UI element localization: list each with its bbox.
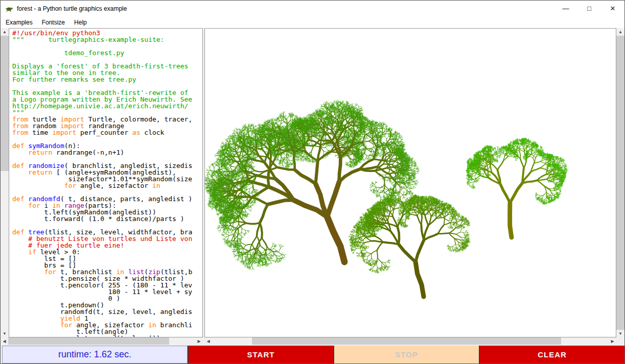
code-hscroll-track[interactable] [8, 337, 195, 345]
titlebar[interactable]: forest - a Python turtle graphics exampl… [1, 1, 624, 16]
canvas-scroll-up-button[interactable]: ▲ [616, 28, 624, 36]
code-hscrollbar: ◀ ▶ [1, 337, 203, 345]
scroll-right-icon: ▶ [611, 339, 614, 344]
scrollbar-corner [616, 337, 624, 345]
menu-item-help[interactable]: Help [70, 17, 91, 28]
code-line: tdemo_forest.py [12, 50, 202, 56]
code-line: For further remarks see tree.py [12, 76, 202, 83]
code-scroll-down-button[interactable]: ▼ [1, 330, 9, 337]
code-line: return randrange(-n,n+1) [12, 149, 202, 156]
scroll-left-icon: ◀ [3, 339, 6, 344]
scroll-right-icon: ▶ [197, 339, 200, 344]
scroll-left-icon: ◀ [206, 339, 210, 344]
code-pane: ▲ ▼ #!/usr/bin/env python3""" turtlegrap… [1, 28, 203, 345]
close-button[interactable]: ✕ [601, 1, 624, 16]
menu-item-fontsize[interactable]: Fontsize [37, 17, 70, 28]
close-icon: ✕ [610, 5, 616, 12]
menu-item-examples[interactable]: Examples [1, 17, 37, 28]
code-area[interactable]: #!/usr/bin/env python3""" turtlegraphics… [9, 28, 203, 337]
menubar: Examples Fontsize Help [1, 16, 624, 28]
turtledemo-window: forest - a Python turtle graphics exampl… [0, 0, 625, 364]
code-scroll-left-button[interactable]: ◀ [1, 337, 8, 345]
main-area: ▲ ▼ #!/usr/bin/env python3""" turtlegrap… [1, 28, 624, 345]
maximize-button[interactable]: □ [577, 1, 601, 16]
scrollbar-thumb[interactable] [8, 337, 169, 345]
code-line: from time import perf_counter as clock [12, 129, 202, 136]
window-title: forest - a Python turtle graphics exampl… [17, 5, 554, 12]
canvas-scroll-left-button[interactable]: ◀ [204, 337, 212, 345]
code-line: http://homepage.univie.ac.at/erich.neuwi… [12, 103, 202, 109]
statusbar: runtime: 1.62 sec. START STOP CLEAR [1, 346, 624, 363]
code-vscroll-track[interactable] [1, 36, 9, 330]
scroll-down-icon: ▼ [618, 331, 622, 336]
stop-button[interactable]: STOP [333, 346, 479, 363]
scrollbar-thumb[interactable] [1, 36, 9, 171]
code-scroll-up-button[interactable]: ▲ [1, 28, 9, 36]
code-scroll-right-button[interactable]: ▶ [195, 337, 203, 345]
canvas-vscroll-track[interactable] [616, 36, 624, 330]
turtle-canvas [205, 29, 616, 337]
window-controls: — □ ✕ [554, 1, 624, 16]
start-button[interactable]: START [188, 346, 333, 363]
code-vscrollbar: ▲ ▼ [1, 28, 9, 337]
scrollbar-thumb[interactable] [252, 337, 561, 345]
canvas-scroll-right-button[interactable]: ▶ [609, 337, 616, 345]
code-line: t.forward( (1.0 * distance)/parts ) [12, 215, 202, 222]
canvas-hscrollbar: ◀ ▶ [204, 337, 616, 345]
canvas-scroll-down-button[interactable]: ▼ [616, 330, 624, 337]
canvas-hscroll-track[interactable] [212, 337, 609, 345]
canvas-vscrollbar: ▲ ▼ [616, 28, 624, 337]
minimize-button[interactable]: — [554, 1, 577, 16]
scroll-up-icon: ▲ [618, 30, 622, 34]
scroll-up-icon: ▲ [3, 30, 7, 34]
scrollbar-thumb[interactable] [616, 36, 624, 330]
turtle-icon [5, 5, 13, 13]
maximize-icon: □ [587, 5, 591, 12]
scroll-down-icon: ▼ [3, 331, 7, 336]
clear-button[interactable]: CLEAR [479, 346, 624, 363]
canvas-wrap [204, 28, 616, 337]
canvas-pane: ▲ ▼ ◀ [204, 28, 624, 345]
code-line: for angle, sizefactor in [12, 182, 202, 189]
minimize-icon: — [563, 5, 569, 12]
runtime-label: runtime: 1.62 sec. [2, 346, 188, 363]
code-line: """ turtlegraphics-example-suite: [12, 36, 202, 43]
